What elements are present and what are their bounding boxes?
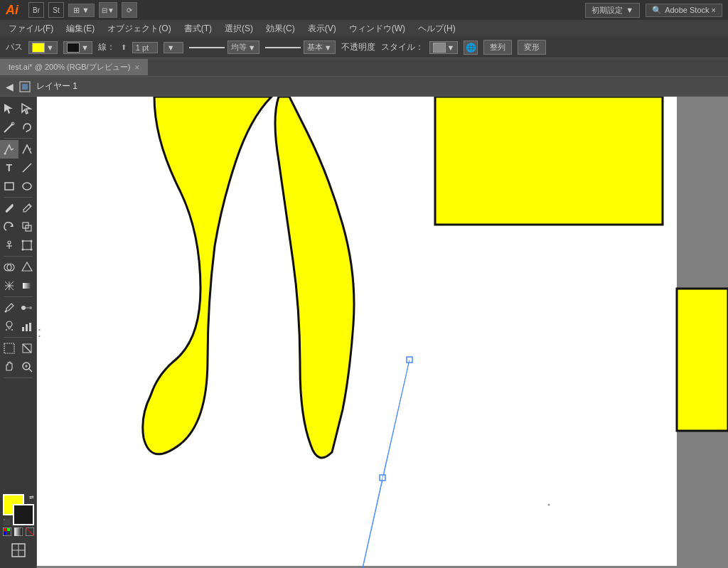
- hand-tool[interactable]: [0, 358, 18, 376]
- artboard-bottom-button[interactable]: [9, 541, 28, 559]
- menu-type[interactable]: 書式(T): [178, 21, 218, 36]
- arrangement-icon[interactable]: ⊟▼: [99, 2, 117, 18]
- shapebuilder-tool-row: [0, 258, 36, 277]
- svg-rect-30: [23, 283, 31, 289]
- color-mode-buttons: [2, 527, 35, 537]
- title-bar-right: 初期設定 ▼ 🔍 Adobe Stock ×: [585, 3, 722, 18]
- zoom-tool[interactable]: [18, 358, 37, 376]
- menu-help[interactable]: ヘルプ(H): [412, 21, 461, 36]
- menu-effect[interactable]: 効果(C): [260, 21, 301, 36]
- menu-edit[interactable]: 編集(E): [60, 21, 100, 36]
- paintbrush-tool[interactable]: [0, 199, 18, 218]
- svg-line-45: [29, 369, 32, 372]
- swatch-container: ⬛ ⇄: [3, 494, 34, 525]
- svg-marker-12: [10, 224, 13, 227]
- magic-wand-tool[interactable]: [0, 118, 18, 136]
- layer-name: レイヤー 1: [36, 80, 77, 92]
- line-style2-label: 基本: [307, 42, 323, 53]
- line-preview-solid2: [265, 47, 301, 48]
- align-button[interactable]: 整列: [483, 40, 512, 55]
- globe-icon[interactable]: 🌐: [464, 41, 478, 55]
- fill-swatch[interactable]: ▼: [28, 41, 58, 54]
- hand-tool-row: [0, 358, 36, 376]
- shape-builder-tool[interactable]: [0, 258, 18, 277]
- style-dropdown[interactable]: ▼: [429, 41, 459, 54]
- stroke-width-input[interactable]: 1 pt: [132, 42, 158, 53]
- toolbar-sep-6: [4, 377, 33, 378]
- svg-marker-2: [4, 104, 13, 114]
- brush-tool-row: [0, 199, 36, 218]
- column-graph-tool[interactable]: [18, 317, 37, 336]
- line-style2-dropdown[interactable]: 基本 ▼: [304, 41, 336, 54]
- preset-chevron: ▼: [626, 6, 633, 14]
- select-tool[interactable]: [0, 100, 18, 118]
- color-mode-gradient[interactable]: [14, 527, 23, 537]
- menu-object[interactable]: オブジェクト(O): [102, 21, 176, 36]
- blend-tool[interactable]: [18, 299, 37, 317]
- background-swatch[interactable]: [13, 504, 34, 525]
- mesh-tool-row: [0, 277, 36, 295]
- menu-file[interactable]: ファイル(F): [3, 21, 59, 36]
- document-tab[interactable]: test.ai* @ 200% (RGB/プレビュー) ×: [0, 59, 149, 75]
- stroke-updown[interactable]: ⬆: [121, 43, 127, 51]
- transform-tool-row: [0, 218, 36, 236]
- svg-rect-49: [4, 528, 6, 531]
- stroke-unit-dropdown[interactable]: ▼: [164, 42, 183, 53]
- mesh-tool[interactable]: [0, 277, 18, 295]
- stroke-swatch[interactable]: ▼: [63, 41, 92, 54]
- lasso-tool[interactable]: [18, 118, 37, 136]
- type-tool[interactable]: T: [0, 159, 18, 177]
- adobe-stock-button[interactable]: 🔍 Adobe Stock ×: [646, 4, 722, 17]
- search-icon: 🔍: [652, 6, 662, 15]
- transform-button[interactable]: 変形: [518, 40, 546, 55]
- svg-rect-39: [26, 324, 28, 331]
- tab-close-button[interactable]: ×: [134, 63, 139, 73]
- slice-tool[interactable]: [18, 339, 37, 358]
- layers-back-button[interactable]: ◀: [6, 81, 14, 92]
- line-style-dropdown[interactable]: 均等 ▼: [228, 41, 259, 54]
- perspective-tool[interactable]: [18, 258, 37, 277]
- bridge-icon[interactable]: Br: [28, 2, 44, 18]
- title-bar: Ai Br St ⊞ ▼ ⊟▼ ⟳ 初期設定 ▼ 🔍 Adobe Stock ×: [0, 0, 728, 20]
- artboard-tool-row: [0, 339, 36, 358]
- pencil-tool[interactable]: [18, 199, 37, 218]
- menu-view[interactable]: 表示(V): [302, 21, 342, 36]
- preset-button[interactable]: 初期設定 ▼: [585, 3, 640, 18]
- sync-icon[interactable]: ⟳: [122, 2, 137, 18]
- svg-point-32: [21, 306, 26, 310]
- workspace-switcher[interactable]: ⊞ ▼: [68, 4, 95, 17]
- ellipse-tool[interactable]: [18, 177, 37, 195]
- svg-line-8: [23, 164, 31, 172]
- line-style-group: 均等 ▼: [189, 41, 259, 54]
- eyedropper-tool[interactable]: [0, 299, 18, 317]
- color-mode-color[interactable]: [2, 527, 12, 537]
- svg-point-68: [548, 504, 550, 506]
- svg-rect-9: [5, 183, 14, 190]
- line-segment-tool[interactable]: [18, 159, 37, 177]
- menu-select[interactable]: 選択(S): [219, 21, 259, 36]
- rotate-tool[interactable]: [0, 218, 18, 236]
- color-mode-none[interactable]: [25, 527, 35, 537]
- svg-point-31: [4, 311, 6, 313]
- symbol-sprayer-tool[interactable]: [0, 317, 18, 336]
- stock-icon[interactable]: St: [48, 2, 64, 18]
- layer-visibility-icon: [19, 81, 31, 92]
- swap-colors[interactable]: ⇄: [29, 494, 34, 500]
- reset-colors[interactable]: ⬛: [3, 519, 10, 525]
- menu-window[interactable]: ウィンドウ(W): [343, 21, 411, 36]
- canvas-area[interactable]: ••: [37, 97, 728, 568]
- scale-tool[interactable]: [18, 218, 37, 236]
- add-anchor-tool[interactable]: +: [18, 140, 37, 159]
- puppet-warp-tool[interactable]: [0, 236, 18, 254]
- gradient-tool[interactable]: [18, 277, 37, 295]
- svg-line-66: [382, 360, 410, 478]
- layers-header: ◀ レイヤー 1: [0, 77, 728, 97]
- stroke-color: [67, 43, 80, 53]
- artboard-tool[interactable]: [0, 339, 18, 358]
- stroke-unit-chevron: ▼: [167, 43, 175, 52]
- direct-select-tool[interactable]: [18, 100, 37, 118]
- line-style2-chevron: ▼: [324, 43, 332, 52]
- rectangle-tool[interactable]: [0, 177, 18, 195]
- free-transform-tool[interactable]: [18, 236, 37, 254]
- pen-tool[interactable]: [0, 140, 18, 159]
